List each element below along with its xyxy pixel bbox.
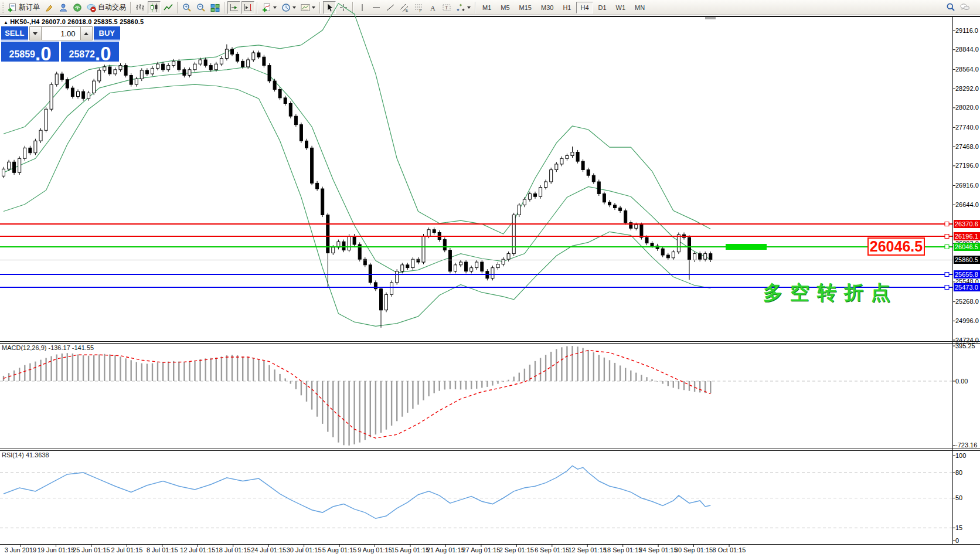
symbol-marker-icon: ▲ (4, 20, 8, 25)
price-axis-tick-label: 27196.0 (955, 162, 979, 169)
buy-price[interactable]: 25872.0 (61, 42, 119, 62)
sell-price-main: 25859 (9, 50, 35, 59)
candlestick-series (2, 45, 712, 328)
triangle-down-icon (33, 32, 38, 35)
price-callout-label[interactable]: 26046.5 (867, 237, 925, 256)
chart-top-border (0, 16, 980, 17)
level-line-handle (945, 273, 949, 277)
price-line-badge: 26046.5 (954, 243, 980, 251)
rsi-axis-tick-label: 15 (955, 524, 962, 531)
volume-input[interactable] (42, 26, 80, 40)
triangle-up-icon (84, 32, 89, 35)
level-line-handle (945, 222, 949, 226)
rsi-axis-tick-label: 80 (955, 469, 962, 476)
price-axis-tick-label: 28564.0 (955, 66, 979, 73)
price-axis-tick-label: 25268.0 (955, 298, 979, 305)
buy-price-main: 25872 (69, 50, 95, 59)
level-line-handle (945, 286, 949, 290)
macd-label: MACD(12,26,9) -136.17 -141.55 (2, 344, 94, 351)
buy-button[interactable]: BUY (94, 26, 121, 40)
price-axis-tick-label: 27468.0 (955, 143, 979, 150)
trading-platform-window: 新订单自动交易EFATM1M5M15M30H1H4D1W1MN ▲HK50-,H… (0, 0, 980, 557)
rsi-axis-tick-label: 100 (955, 452, 966, 459)
bollinger-lower-band (4, 84, 710, 326)
macd-histogram (4, 346, 710, 446)
chart-scrollbar-thumb[interactable] (705, 17, 716, 19)
rsi-axis-tick-label: 50 (955, 494, 962, 501)
buy-price-big-digit: .0 (95, 46, 111, 62)
price-line-badge: 25655.8 (954, 270, 980, 278)
price-axis-tick-label: 26916.0 (955, 182, 979, 189)
macd-axis-tick-label: -723.16 (955, 441, 977, 449)
price-line-badge: 26370.6 (954, 220, 980, 228)
sell-price-big-digit: .0 (35, 46, 52, 62)
level-line-handle (945, 235, 949, 239)
price-axis-tick-label: 28844.0 (955, 46, 979, 53)
price-axis-tick-label: 24996.0 (955, 317, 979, 324)
one-click-trading-panel: SELL BUY 25859.0 25872.0 (1, 26, 120, 62)
rsi-gridlines (0, 473, 952, 528)
symbol-name: HK50-,H4 (10, 18, 40, 25)
price-line-badge: 25473.0 (954, 283, 980, 291)
price-axis-tick-label: 28292.0 (955, 85, 979, 92)
chart-canvas (0, 0, 980, 557)
price-axis-tick-label: 29116.0 (955, 27, 978, 34)
price-axis-tick-label: 28020.0 (955, 104, 979, 111)
chinese-annotation-text[interactable]: 多空转折点 (763, 280, 898, 306)
sell-price[interactable]: 25859.0 (1, 42, 59, 62)
price-axis-tick-label: 26644.0 (955, 201, 979, 208)
price-line-badge: 25860.5 (954, 256, 980, 264)
level-line-handle (945, 245, 949, 249)
symbol-info: ▲HK50-,H4 26007.0 26018.0 25835.5 25860.… (4, 18, 144, 25)
macd-axis-tick-label: 0.00 (955, 378, 968, 385)
time-axis-label: 8 Oct 01:15 (705, 546, 754, 553)
sell-button[interactable]: SELL (1, 26, 28, 40)
price-axis-tick-label: 27740.0 (955, 124, 979, 131)
price-line-badge: 26196.1 (954, 232, 980, 240)
green-highlight-segment[interactable] (726, 244, 767, 250)
volume-increase-button[interactable] (80, 26, 93, 40)
rsi-axis-tick-label: 0 (955, 537, 959, 544)
symbol-ohlc: 26007.0 26018.0 25835.5 25860.5 (42, 18, 144, 25)
rsi-label: RSI(14) 41.3638 (2, 451, 49, 458)
bollinger-middle-band (4, 67, 710, 273)
rsi-line (4, 466, 710, 518)
macd-axis-tick-label: 395.25 (955, 342, 975, 349)
volume-decrease-button[interactable] (29, 26, 42, 40)
